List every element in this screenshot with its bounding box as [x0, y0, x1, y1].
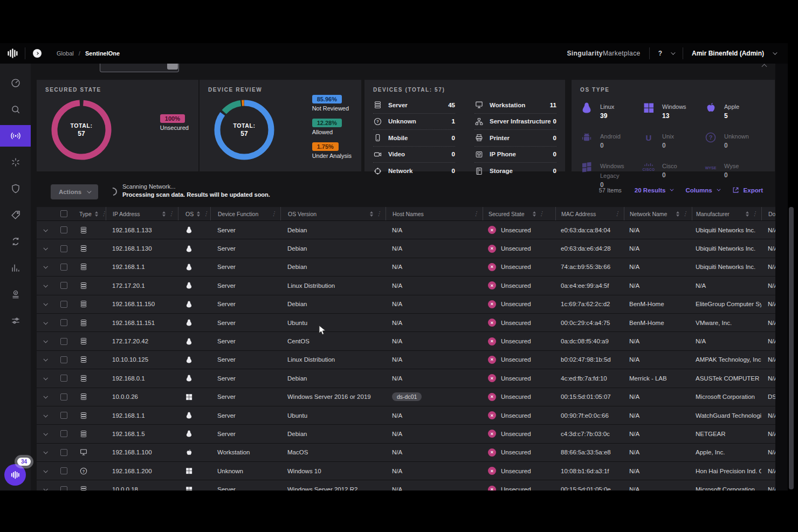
filter-dropdown-grip[interactable]: [167, 64, 178, 70]
sort-icon[interactable]: [370, 211, 373, 217]
row-checkbox[interactable]: [60, 264, 67, 271]
col-type[interactable]: Type⋮: [73, 207, 106, 220]
row-checkbox-cell[interactable]: [54, 295, 73, 313]
table-row[interactable]: 10.10.10.125 Server Linux Distribution N…: [37, 351, 775, 369]
kebab-icon[interactable]: ⋮: [614, 211, 620, 217]
row-checkbox[interactable]: [60, 467, 67, 474]
sidebar-item[interactable]: [0, 72, 31, 94]
sidebar-item[interactable]: [0, 310, 31, 331]
sidebar-item[interactable]: [0, 178, 31, 199]
row-checkbox-cell[interactable]: [54, 480, 73, 490]
row-expander[interactable]: [37, 480, 54, 490]
row-checkbox-cell[interactable]: [54, 221, 73, 239]
sort-icon[interactable]: [197, 211, 200, 217]
user-menu[interactable]: Amir Binenfeld (Admin): [692, 50, 764, 57]
scope-expand-icon[interactable]: [33, 49, 42, 58]
actions-button[interactable]: Actions: [51, 184, 98, 199]
table-row[interactable]: 192.168.1.100 Workstation MacOS N/AN/A ×…: [37, 444, 775, 462]
row-checkbox[interactable]: [60, 356, 67, 363]
row-expander[interactable]: [37, 388, 54, 406]
row-expander[interactable]: [37, 314, 54, 331]
row-checkbox[interactable]: [60, 430, 67, 437]
row-checkbox[interactable]: [60, 486, 67, 490]
col-secured-state[interactable]: Secured State⋮: [483, 207, 555, 220]
row-checkbox[interactable]: [60, 338, 67, 345]
table-row[interactable]: 192.168.11.150 Server Debian N/AN/A ×Uns…: [37, 295, 775, 314]
sidebar-item[interactable]: [0, 284, 31, 305]
table-row[interactable]: 192.168.1.130 Server Debian N/AN/A ×Unse…: [37, 239, 775, 258]
breadcrumb[interactable]: Global / SentinelOne: [57, 50, 120, 57]
user-chevron-icon[interactable]: [773, 50, 777, 54]
sidebar-item[interactable]: [0, 204, 31, 226]
table-row[interactable]: 192.168.11.151 Server Ubuntu N/AN/A ×Uns…: [37, 314, 775, 332]
row-checkbox-cell[interactable]: [54, 258, 73, 276]
table-row[interactable]: 10.0.0.26 Server Windows Server 2016 or …: [37, 388, 775, 406]
row-checkbox-cell[interactable]: [54, 369, 73, 387]
row-checkbox[interactable]: [60, 319, 67, 326]
notification-badge[interactable]: 34: [17, 458, 31, 466]
table-row[interactable]: 192.168.1.200 Unknown Windows 10 N/AN/A …: [37, 462, 775, 480]
row-checkbox-cell[interactable]: [54, 462, 73, 480]
col-manufacturer[interactable]: Manufacturer⋮: [692, 207, 761, 220]
help-menu[interactable]: ?: [658, 50, 662, 57]
table-row[interactable]: 172.17.20.42 Server CentOS N/AN/A ×Unsec…: [37, 332, 775, 350]
row-expander[interactable]: [37, 462, 54, 480]
row-expander[interactable]: [37, 221, 54, 239]
sidebar-item[interactable]: [0, 257, 31, 279]
col-domain[interactable]: Do: [761, 207, 775, 220]
row-checkbox-cell[interactable]: [54, 351, 73, 369]
row-checkbox[interactable]: [60, 375, 67, 382]
row-expander[interactable]: [37, 332, 54, 350]
kebab-icon[interactable]: ⋮: [101, 211, 106, 217]
row-checkbox-cell[interactable]: [54, 406, 73, 424]
kebab-icon[interactable]: ⋮: [682, 211, 688, 217]
row-checkbox-cell[interactable]: [54, 444, 73, 461]
sentinelone-logo-icon[interactable]: [0, 47, 25, 59]
kebab-icon[interactable]: ⋮: [271, 211, 277, 217]
kebab-icon[interactable]: ⋮: [473, 211, 479, 217]
sidebar-item[interactable]: [0, 125, 31, 147]
row-checkbox[interactable]: [60, 449, 67, 456]
kebab-icon[interactable]: ⋮: [539, 211, 545, 217]
row-expander[interactable]: [37, 258, 54, 276]
row-checkbox[interactable]: [60, 245, 67, 252]
row-expander[interactable]: [37, 277, 54, 294]
sidebar-item[interactable]: [0, 231, 31, 252]
export-button[interactable]: Export: [732, 186, 763, 194]
kebab-icon[interactable]: ⋮: [376, 211, 382, 217]
row-checkbox-cell[interactable]: [54, 425, 73, 443]
row-expander[interactable]: [37, 369, 54, 387]
row-checkbox-cell[interactable]: [54, 239, 73, 257]
table-row[interactable]: 192.168.0.1 Server Debian N/AN/A ×Unsecu…: [37, 369, 775, 388]
row-checkbox-cell[interactable]: [54, 277, 73, 294]
row-expander[interactable]: [37, 406, 54, 424]
row-expander[interactable]: [37, 295, 54, 313]
vertical-scrollbar[interactable]: [789, 207, 794, 489]
columns-dropdown[interactable]: Columns: [685, 187, 719, 194]
row-expander[interactable]: [37, 351, 54, 369]
row-checkbox[interactable]: [60, 226, 67, 233]
row-checkbox[interactable]: [60, 301, 67, 308]
table-row[interactable]: 192.168.1.133 Server Debian N/AN/A ×Unse…: [37, 221, 775, 239]
row-checkbox[interactable]: [60, 393, 67, 400]
col-os-version[interactable]: OS Version⋮: [280, 207, 386, 220]
table-row[interactable]: 172.17.20.1 Server Linux Distribution N/…: [37, 277, 775, 295]
col-mac-address[interactable]: MAC Address⋮: [555, 207, 624, 220]
col-os[interactable]: OS⋮: [178, 207, 210, 220]
sidebar-item[interactable]: [0, 99, 31, 120]
header-select-all[interactable]: [54, 207, 73, 220]
col-host-names[interactable]: Host Names⋮: [386, 207, 483, 220]
row-expander[interactable]: [37, 425, 54, 443]
row-expander[interactable]: [37, 444, 54, 461]
kebab-icon[interactable]: ⋮: [168, 211, 174, 217]
notification-fab[interactable]: [4, 464, 26, 486]
help-chevron-icon[interactable]: [671, 50, 675, 54]
sort-icon[interactable]: [746, 211, 749, 217]
sort-icon[interactable]: [533, 211, 536, 217]
kebab-icon[interactable]: ⋮: [203, 211, 209, 217]
sort-icon[interactable]: [676, 211, 679, 217]
col-device-function[interactable]: Device Function⋮: [210, 207, 280, 220]
kebab-icon[interactable]: ⋮: [752, 211, 758, 217]
row-checkbox[interactable]: [60, 282, 67, 289]
marketplace-link[interactable]: SingularityMarketplace: [567, 50, 640, 57]
